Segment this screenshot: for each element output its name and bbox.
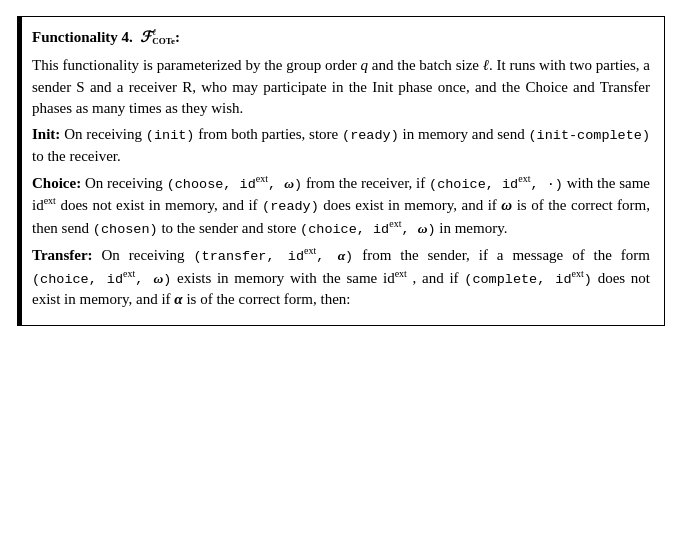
left-border-bar — [18, 17, 22, 325]
transfer-id2-sup: ext — [123, 268, 135, 279]
choice-id2-sup: ext — [518, 173, 530, 184]
choice-code2b: , ·) — [530, 177, 562, 192]
choice-omega2: ω — [501, 197, 512, 213]
transfer-text1: On receiving — [101, 247, 193, 263]
transfer-code2b: , ω) — [135, 272, 171, 287]
choice-code4: (chosen) — [93, 222, 158, 237]
transfer-alpha2: α — [174, 291, 182, 307]
choice-code5: (choice, id — [300, 222, 389, 237]
paragraph-init: Init: On receiving (init) from both part… — [32, 124, 650, 168]
paragraph-choice: Choice: On receiving (choose, idext, ω) … — [32, 172, 650, 240]
init-code1: (init) — [146, 128, 195, 143]
functionality-label: Functionality 4. — [32, 29, 133, 45]
choice-text8: in memory. — [439, 220, 507, 236]
body-text: This functionality is parameterized by t… — [32, 55, 650, 311]
func-colon: : — [175, 29, 180, 45]
choice-code3: (ready) — [262, 199, 319, 214]
choice-text5: does exist in memory, and if — [323, 197, 501, 213]
paragraph-transfer: Transfer: On receiving (transfer, idext,… — [32, 244, 650, 311]
init-code2: (ready) — [342, 128, 399, 143]
func-scripts: ℓ COTe — [152, 28, 175, 46]
choice-text1: On receiving — [85, 175, 167, 191]
choice-text2: from the receiver, if — [306, 175, 429, 191]
transfer-code3b: ) — [584, 272, 592, 287]
func-symbol: ℱ — [140, 29, 152, 45]
choice-label: Choice: — [32, 175, 81, 191]
transfer-id3-sup: ext — [395, 268, 407, 279]
transfer-text4: , and if — [413, 270, 465, 286]
transfer-code1: (transfer, id — [194, 249, 305, 264]
paragraph-1: This functionality is parameterized by t… — [32, 55, 650, 120]
transfer-label: Transfer: — [32, 247, 93, 263]
choice-idext-sup: ext — [256, 173, 268, 184]
transfer-text6: is of the correct form, then: — [186, 291, 350, 307]
transfer-text3: exists in memory with the same id — [177, 270, 395, 286]
choice-code2: (choice, id — [429, 177, 518, 192]
init-text3: in memory and send — [403, 126, 529, 142]
p1-start: This functionality is parameterized by t… — [32, 57, 357, 73]
p1-and-the: and the batch size — [372, 57, 479, 73]
transfer-code3: (complete, id — [464, 272, 571, 287]
choice-code1b: , ω) — [268, 177, 302, 192]
choice-id3-sup: ext — [44, 195, 56, 206]
func-subscript: COTe — [152, 37, 175, 46]
choice-code5b: , ω) — [401, 222, 435, 237]
title-line: Functionality 4. ℱ ℓ COTe : — [32, 27, 650, 49]
functionality-box: Functionality 4. ℱ ℓ COTe : This functio… — [17, 16, 665, 326]
transfer-id4-sup: ext — [572, 268, 584, 279]
init-label: Init: — [32, 126, 60, 142]
choice-text4: does not exist in memory, and if — [60, 197, 262, 213]
init-text1: On receiving — [64, 126, 146, 142]
choice-code1: (choose, id — [167, 177, 256, 192]
transfer-code1b: , α) — [316, 249, 353, 264]
choice-id4-sup: ext — [389, 218, 401, 229]
choice-text7: to the sender and store — [161, 220, 300, 236]
transfer-code2: (choice, id — [32, 272, 123, 287]
init-code3: (init-complete) — [529, 128, 651, 143]
q-variable: q — [361, 57, 372, 73]
transfer-text2: from the sender, if a message of the for… — [362, 247, 650, 263]
init-text4: to the receiver. — [32, 148, 121, 164]
init-text2: from both parties, store — [198, 126, 342, 142]
transfer-id-sup: ext — [304, 245, 316, 256]
